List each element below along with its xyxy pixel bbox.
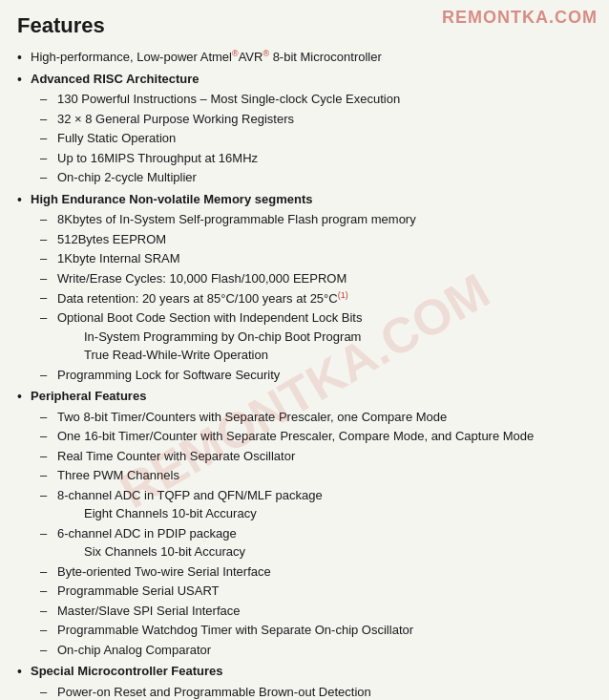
sub-item-text: Data retention: 20 years at 85°C/100 yea… (57, 291, 348, 306)
list-item: High-performance, Low-power Atmel®AVR® 8… (17, 48, 592, 67)
bullet-label: Advanced RISC Architecture (31, 72, 200, 86)
bullet-text: High-performance, Low-power Atmel®AVR® 8… (31, 50, 382, 64)
sub-item-text: 512Bytes EEPROM (57, 232, 166, 246)
bullet-label: Peripheral Features (31, 389, 146, 403)
sub-item-text: 6-channel ADC in PDIP package (57, 526, 237, 541)
sub-indent-text: In-System Programming by On-chip Boot Pr… (57, 328, 592, 347)
sub-item-text: 8Kbytes of In-System Self-programmable F… (57, 212, 416, 226)
sub-list: Power-on Reset and Programmable Brown-ou… (31, 683, 592, 700)
sub-item-text: Master/Slave SPI Serial Interface (57, 604, 240, 618)
sub-item-text: 130 Powerful Instructions – Most Single-… (57, 92, 400, 106)
sub-item-text: One 16-bit Timer/Counter with Separate P… (57, 429, 534, 443)
sub-list-item: Programming Lock for Software Security (40, 366, 592, 385)
sub-list-item: Fully Static Operation (40, 129, 592, 148)
sub-item-text: 1Kbyte Internal SRAM (57, 251, 180, 265)
sub-list: Two 8-bit Timer/Counters with Separate P… (31, 408, 592, 660)
bullet-label: Special Microcontroller Features (31, 664, 223, 678)
sub-list-item: Two 8-bit Timer/Counters with Separate P… (40, 408, 592, 427)
sub-item-text: Three PWM Channels (57, 468, 179, 482)
sub-list-item: Byte-oriented Two-wire Serial Interface (40, 562, 592, 582)
sub-list-item: 8Kbytes of In-System Self-programmable F… (40, 210, 592, 229)
list-item: High Endurance Non-volatile Memory segme… (17, 190, 592, 384)
sub-list-item: 32 × 8 General Purpose Working Registers (40, 110, 592, 129)
sub-item-text: Programming Lock for Software Security (57, 368, 280, 382)
sub-list-item: 8-channel ADC in TQFP and QFN/MLF packag… (40, 486, 592, 523)
sub-indent-text: True Read-While-Write Operation (57, 346, 592, 365)
page-content: Features High-performance, Low-power Atm… (0, 0, 609, 700)
list-item: Advanced RISC Architecture 130 Powerful … (17, 70, 592, 187)
sub-list-item: Programmable Serial USART (40, 582, 592, 601)
sub-item-text: Fully Static Operation (57, 131, 176, 145)
sub-list-item: 6-channel ADC in PDIP package Six Channe… (40, 524, 592, 562)
sub-item-text: Write/Erase Cycles: 10,000 Flash/100,000… (57, 271, 346, 286)
sub-item-text: Power-on Reset and Programmable Brown-ou… (57, 685, 371, 699)
sub-list-item: One 16-bit Timer/Counter with Separate P… (40, 427, 592, 446)
sub-list-item: 1Kbyte Internal SRAM (40, 249, 592, 268)
sub-list-item: Optional Boot Code Section with Independ… (40, 308, 592, 365)
sub-list-item: On-chip Analog Comparator (40, 641, 592, 660)
sub-item-text: Up to 16MIPS Throughput at 16MHz (57, 151, 258, 165)
sub-item-text: Optional Boot Code Section with Independ… (57, 310, 362, 325)
sub-list-item: 512Bytes EEPROM (40, 230, 592, 249)
sub-item-text: Byte-oriented Two-wire Serial Interface (57, 564, 271, 579)
sub-list-item: Power-on Reset and Programmable Brown-ou… (40, 683, 592, 700)
sub-list-item: Programmable Watchdog Timer with Separat… (40, 621, 592, 640)
sub-list-item: On-chip 2-cycle Multiplier (40, 168, 592, 187)
sub-item-text: On-chip Analog Comparator (57, 643, 211, 657)
sub-list-item: 130 Powerful Instructions – Most Single-… (40, 90, 592, 109)
sub-list-item: Real Time Counter with Separate Oscillat… (40, 447, 592, 466)
features-list: High-performance, Low-power Atmel®AVR® 8… (17, 48, 592, 700)
sub-list-item: Data retention: 20 years at 85°C/100 yea… (40, 288, 592, 308)
bullet-label: High Endurance Non-volatile Memory segme… (31, 192, 312, 206)
sub-list-item: Write/Erase Cycles: 10,000 Flash/100,000… (40, 269, 592, 288)
sub-list: 130 Powerful Instructions – Most Single-… (31, 90, 592, 187)
sub-list: 8Kbytes of In-System Self-programmable F… (31, 210, 592, 384)
watermark-top: REMONTKA.COM (430, 0, 609, 35)
sub-list-item: Three PWM Channels (40, 466, 592, 485)
list-item: Peripheral Features Two 8-bit Timer/Coun… (17, 387, 592, 659)
sub-item-text: Two 8-bit Timer/Counters with Separate P… (57, 410, 447, 424)
sub-item-text: Programmable Watchdog Timer with Separat… (57, 623, 413, 637)
sub-list-item: Master/Slave SPI Serial Interface (40, 602, 592, 621)
sub-item-text: Real Time Counter with Separate Oscillat… (57, 449, 295, 463)
sub-list-item: Up to 16MIPS Throughput at 16MHz (40, 149, 592, 168)
sub-indent-text: Six Channels 10-bit Accuracy (57, 542, 592, 562)
sub-item-text: Programmable Serial USART (57, 583, 220, 598)
sub-item-text: On-chip 2-cycle Multiplier (57, 170, 197, 184)
list-item: Special Microcontroller Features Power-o… (17, 662, 592, 700)
sub-indent-text: Eight Channels 10-bit Accuracy (57, 504, 592, 523)
sub-item-text: 32 × 8 General Purpose Working Registers (57, 112, 294, 126)
sub-item-text: 8-channel ADC in TQFP and QFN/MLF packag… (57, 488, 323, 502)
